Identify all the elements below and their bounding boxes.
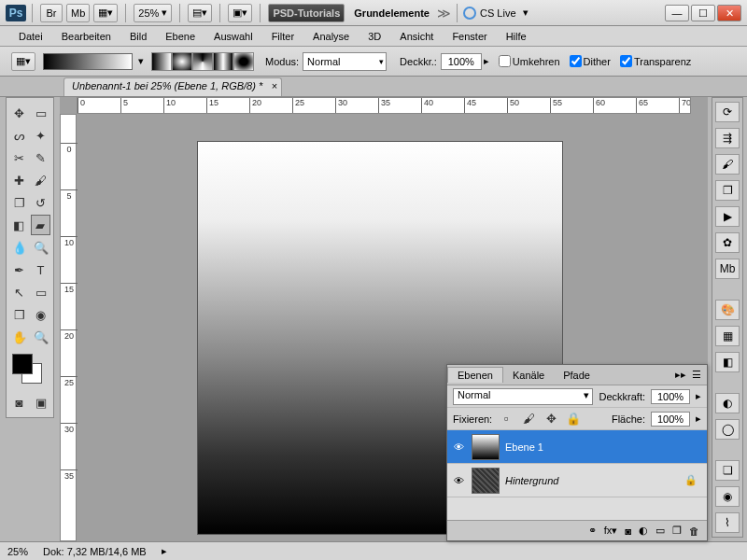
menu-bild[interactable]: Bild [120, 29, 156, 44]
3d-camera-tool[interactable]: ◉ [31, 304, 50, 325]
layer-visibility-icon[interactable]: 👁 [451, 441, 466, 453]
status-flyout-icon[interactable]: ▸ [162, 545, 167, 557]
gradient-preview-picker[interactable] [43, 53, 133, 70]
layer-item[interactable]: 👁 Hintergrund 🔒 [447, 464, 707, 497]
quickmask-toggle[interactable]: ◙ [9, 392, 29, 413]
dock-clone-icon[interactable]: ❐ [715, 180, 740, 201]
brush-tool[interactable]: 🖌 [31, 170, 50, 190]
blend-mode-select[interactable]: Normal [303, 52, 387, 71]
gradient-radial[interactable] [172, 52, 192, 71]
arrange-docs-button[interactable]: ▤▾ [188, 4, 212, 22]
bridge-button[interactable]: Br [40, 4, 63, 22]
opacity-input[interactable] [441, 53, 482, 70]
dock-swatches-icon[interactable]: ▦ [715, 326, 740, 346]
ruler-vertical[interactable]: 05101520253035 [60, 114, 77, 541]
marquee-tool[interactable]: ▭ [31, 103, 50, 123]
minibridge-button[interactable]: Mb [66, 4, 90, 22]
view-extras-button[interactable]: ▦▾ [93, 4, 118, 22]
menu-filter[interactable]: Filter [262, 29, 303, 44]
menu-fenster[interactable]: Fenster [443, 29, 496, 44]
foreground-color-swatch[interactable] [12, 354, 33, 374]
panel-collapse-icon[interactable]: ▸▸ [675, 369, 686, 381]
stamp-tool[interactable]: ❐ [9, 192, 29, 213]
layer-visibility-icon[interactable]: 👁 [451, 475, 466, 486]
3d-tool[interactable]: ❒ [9, 304, 29, 325]
dock-masks-icon[interactable]: ◯ [715, 419, 740, 440]
opacity-flyout-icon[interactable]: ▸ [484, 55, 489, 67]
path-select-tool[interactable]: ↖ [9, 282, 29, 302]
menu-datei[interactable]: Datei [9, 29, 52, 44]
layer-fx-icon[interactable]: fx▾ [604, 525, 618, 537]
menu-ansicht[interactable]: Ansicht [390, 29, 443, 44]
dock-channels-icon[interactable]: ◉ [715, 486, 740, 507]
shape-tool[interactable]: ▭ [31, 282, 50, 302]
menu-auswahl[interactable]: Auswahl [204, 29, 262, 44]
eyedropper-tool[interactable]: ✎ [31, 147, 50, 168]
umkehren-checkbox[interactable] [499, 55, 511, 67]
dock-brushes-icon[interactable]: 🖌 [715, 154, 740, 175]
dither-checkbox[interactable] [570, 55, 582, 67]
gradient-tool[interactable]: ▰ [31, 215, 50, 235]
lock-transparency-icon[interactable]: ▫ [499, 412, 514, 427]
dock-play-icon[interactable]: ▶ [715, 206, 740, 227]
healing-tool[interactable]: ✚ [9, 170, 29, 190]
lock-position-icon[interactable]: ✥ [543, 412, 558, 427]
layer-blend-mode-select[interactable]: Normal [453, 388, 593, 405]
document-tab[interactable]: Unbenannt-1 bei 25% (Ebene 1, RGB/8) * × [63, 77, 282, 96]
dock-minibridge-icon[interactable]: Mb [715, 259, 740, 279]
menu-analyse[interactable]: Analyse [303, 29, 359, 44]
gradient-linear[interactable] [151, 52, 172, 71]
dock-layers-icon[interactable]: ❏ [715, 460, 740, 481]
screen-mode-button[interactable]: ▣▾ [228, 4, 252, 22]
zoom-tool[interactable]: 🔍 [31, 327, 50, 347]
crop-tool[interactable]: ✂ [9, 147, 29, 168]
gradient-diamond[interactable] [233, 52, 254, 71]
minimize-button[interactable]: — [665, 5, 689, 21]
menu-ebene[interactable]: Ebene [156, 29, 204, 44]
tab-pfade[interactable]: Pfade [554, 368, 599, 383]
dock-adjustments-icon[interactable]: ◐ [715, 393, 740, 413]
layer-fill-input[interactable] [651, 412, 690, 427]
layer-mask-icon[interactable]: ◙ [625, 525, 631, 537]
workspace-grundelemente[interactable]: Grundelemente [354, 7, 430, 19]
menu-bearbeiten[interactable]: Bearbeiten [52, 29, 120, 44]
status-doc-size[interactable]: Dok: 7,32 MB/14,6 MB [43, 546, 147, 557]
menu-hilfe[interactable]: Hilfe [497, 29, 536, 44]
gradient-reflected[interactable] [213, 52, 233, 71]
adjustment-layer-icon[interactable]: ◐ [639, 525, 648, 537]
blur-tool[interactable]: 💧 [9, 237, 29, 258]
close-button[interactable]: ✕ [717, 5, 741, 21]
layer-name[interactable]: Ebene 1 [505, 441, 703, 453]
cs-live-button[interactable]: CS Live ▾ [463, 7, 529, 20]
gradient-picker-chevron-icon[interactable]: ▾ [138, 55, 144, 67]
layer-fill-flyout-icon[interactable]: ▸ [696, 413, 701, 425]
delete-layer-icon[interactable]: 🗑 [689, 525, 699, 537]
screenmode-toggle[interactable]: ▣ [31, 392, 50, 413]
link-layers-icon[interactable]: ⚭ [588, 525, 597, 537]
layer-opacity-flyout-icon[interactable]: ▸ [696, 390, 701, 402]
pen-tool[interactable]: ✒ [9, 259, 29, 280]
dock-actions-icon[interactable]: ⇶ [715, 128, 740, 148]
history-brush-tool[interactable]: ↺ [31, 192, 50, 213]
lock-paint-icon[interactable]: 🖌 [521, 412, 536, 427]
document-tab-close-icon[interactable]: × [272, 80, 277, 91]
dodge-tool[interactable]: 🔍 [31, 237, 50, 258]
ruler-horizontal[interactable]: 0510152025303540455055606570 [77, 97, 691, 114]
gradient-angle[interactable] [192, 52, 213, 71]
color-swatches[interactable] [8, 354, 51, 387]
magic-wand-tool[interactable]: ✦ [31, 125, 50, 146]
dock-stamp-icon[interactable]: ✿ [715, 232, 740, 253]
layer-item[interactable]: 👁 Ebene 1 [447, 430, 707, 464]
lock-all-icon[interactable]: 🔒 [566, 412, 581, 427]
move-tool[interactable]: ✥ [9, 103, 29, 123]
workspace-psd-tutorials[interactable]: PSD-Tutorials [268, 4, 345, 22]
layer-thumbnail[interactable] [472, 468, 500, 494]
dock-styles-icon[interactable]: ◧ [715, 352, 740, 372]
status-zoom[interactable]: 25% [7, 546, 28, 557]
zoom-level-dropdown[interactable]: 25% ▾ [134, 4, 172, 22]
menu-3d[interactable]: 3D [359, 29, 390, 44]
transparenz-checkbox[interactable] [620, 55, 632, 67]
dock-history-icon[interactable]: ⟳ [715, 102, 740, 122]
dock-paths-icon[interactable]: ⌇ [715, 512, 740, 533]
layer-opacity-input[interactable] [651, 389, 690, 404]
